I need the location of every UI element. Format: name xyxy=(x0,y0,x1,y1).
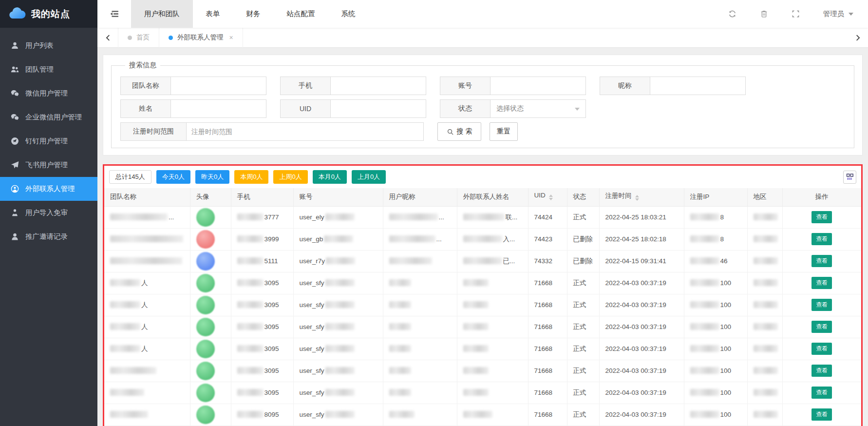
view-button[interactable]: 查看 xyxy=(811,343,832,355)
view-button[interactable]: 查看 xyxy=(811,233,832,245)
account-input[interactable] xyxy=(491,77,585,95)
view-button[interactable]: 查看 xyxy=(811,277,832,289)
redacted-text xyxy=(325,213,355,220)
sidebar-item-dingtalk-users[interactable]: 钉钉用户管理 xyxy=(0,129,97,153)
uid-input[interactable] xyxy=(331,100,426,117)
tabs-scroll-left-icon[interactable] xyxy=(97,35,118,41)
cell-team-name xyxy=(104,250,190,272)
redacted-text xyxy=(463,279,489,286)
cell-nickname xyxy=(383,272,457,294)
cell-account-prefix: user_sfy xyxy=(300,367,324,374)
view-button[interactable]: 查看 xyxy=(811,299,832,311)
table-row: 人3095user_sfy71668正式2022-04-03 00:37:191… xyxy=(104,338,861,360)
view-button[interactable]: 查看 xyxy=(811,408,832,421)
view-button[interactable]: 查看 xyxy=(811,387,832,399)
sidebar-item-invite-records[interactable]: 推广邀请记录 xyxy=(0,225,97,249)
column-header-team: 团队名称 xyxy=(104,188,190,206)
topnav-tab-4[interactable]: 站点配置 xyxy=(274,0,328,28)
admin-menu[interactable]: 管理员 xyxy=(823,9,854,19)
column-header-status: 状态 xyxy=(567,188,599,206)
redacted-text xyxy=(110,257,182,264)
sidebar-item-user-list[interactable]: 用户列表 xyxy=(0,34,97,58)
refresh-icon[interactable] xyxy=(728,10,736,18)
redacted-text xyxy=(690,279,719,286)
cell-status: 已删除 xyxy=(567,228,599,250)
page-tab-2[interactable]: 外部联系人管理× xyxy=(159,28,243,48)
column-label: 手机 xyxy=(237,193,250,200)
column-label: 操作 xyxy=(815,193,829,200)
redacted-text xyxy=(325,411,355,418)
tabs-scroll-right-icon[interactable] xyxy=(848,35,868,41)
view-button[interactable]: 查看 xyxy=(811,211,832,223)
cell-contact-name xyxy=(457,338,528,360)
redacted-text xyxy=(237,367,264,374)
topnav-tab-1[interactable]: 用户和团队 xyxy=(131,0,193,28)
nickname-input[interactable] xyxy=(650,77,745,95)
cell-account-prefix: user_sfy xyxy=(300,301,324,309)
trash-icon[interactable] xyxy=(760,10,768,18)
page-tab-label: 首页 xyxy=(136,33,150,42)
sort-icon[interactable] xyxy=(635,193,639,203)
sidebar-item-feishu-users[interactable]: 飞书用户管理 xyxy=(0,153,97,177)
tab-close-icon[interactable]: × xyxy=(229,34,233,41)
view-button[interactable]: 查看 xyxy=(811,321,832,333)
redacted-text xyxy=(690,345,719,352)
cell-uid: 71668 xyxy=(528,360,567,382)
page-tab-1[interactable]: 首页 xyxy=(118,28,159,48)
redacted-text xyxy=(237,301,264,308)
topnav-tab-5[interactable]: 系统 xyxy=(328,0,369,28)
cell-team-tail: 人 xyxy=(141,279,148,287)
sidebar-item-wechat-users[interactable]: 微信用户管理 xyxy=(0,81,97,105)
team-name-label: 团队名称 xyxy=(120,77,171,95)
sidebar-item-label: 钉钉用户管理 xyxy=(25,136,68,146)
page-content: 搜索信息 团队名称 手机 账号 昵称 xyxy=(97,48,868,426)
search-row-1: 团队名称 手机 账号 昵称 xyxy=(120,77,845,95)
stat-badge: 昨天0人 xyxy=(195,170,229,184)
sidebar-item-external-contacts[interactable]: 外部联系人管理 xyxy=(0,177,97,201)
column-header-contact_name: 外部联系人姓名 xyxy=(457,188,528,206)
cell-region xyxy=(747,382,782,404)
cell-team-name xyxy=(104,382,190,404)
stats-row: 总计145人今天0人昨天0人本周0人上周0人本月0人上月0人 xyxy=(104,166,861,188)
status-select[interactable]: 选择状态 xyxy=(491,99,586,118)
sidebar-item-wecom-users[interactable]: 企业微信用户管理 xyxy=(0,105,97,129)
cell-uid: 74424 xyxy=(528,206,567,228)
topnav-tab-3[interactable]: 财务 xyxy=(233,0,274,28)
redacted-text xyxy=(690,323,719,330)
cell-avatar xyxy=(190,206,231,228)
phone-input[interactable] xyxy=(331,77,426,95)
search-button[interactable]: 搜 索 xyxy=(437,122,481,141)
column-settings-button[interactable] xyxy=(843,171,856,184)
time-range-input[interactable] xyxy=(187,123,423,140)
view-button[interactable]: 查看 xyxy=(811,255,832,267)
view-button[interactable]: 查看 xyxy=(811,365,832,377)
cell-action: 查看 xyxy=(782,360,861,382)
cell-reg-ip: 8 xyxy=(684,228,747,250)
column-header-reg_time[interactable]: 注册时间 xyxy=(599,188,684,206)
column-label: 用户昵称 xyxy=(389,193,415,200)
sidebar-item-label: 企业微信用户管理 xyxy=(25,113,82,122)
sidebar-item-user-import[interactable]: 用户导入免审 xyxy=(0,201,97,225)
redacted-text xyxy=(237,235,264,242)
reset-button[interactable]: 重置 xyxy=(490,122,518,141)
cell-reg-ip: 100 xyxy=(684,272,747,294)
sidebar-item-team-management[interactable]: 团队管理 xyxy=(0,58,97,81)
cell-nickname-tail: ... xyxy=(436,235,442,243)
cell-phone: 3777 xyxy=(231,206,293,228)
search-row-3: 注册时间范围 搜 索 重置 xyxy=(120,122,845,141)
name-input[interactable] xyxy=(171,100,266,117)
fullscreen-icon[interactable] xyxy=(792,10,800,18)
admin-label: 管理员 xyxy=(823,9,845,19)
table-row: 人3095user_sfy71668正式2022-04-03 00:37:191… xyxy=(104,294,861,316)
sort-icon[interactable] xyxy=(549,193,553,202)
redacted-text xyxy=(754,235,778,242)
cell-reg-time: 2022-04-03 00:37:19 xyxy=(599,382,684,404)
topnav-tab-2[interactable]: 表单 xyxy=(193,0,233,28)
cell-team-name: 人 xyxy=(104,316,190,338)
cell-account: user_ely xyxy=(293,206,383,228)
column-header-uid[interactable]: UID xyxy=(528,188,567,206)
cell-contact-name xyxy=(457,382,528,404)
team-name-input[interactable] xyxy=(171,77,266,95)
menu-fold-icon[interactable] xyxy=(97,10,131,18)
redacted-text xyxy=(463,301,489,308)
